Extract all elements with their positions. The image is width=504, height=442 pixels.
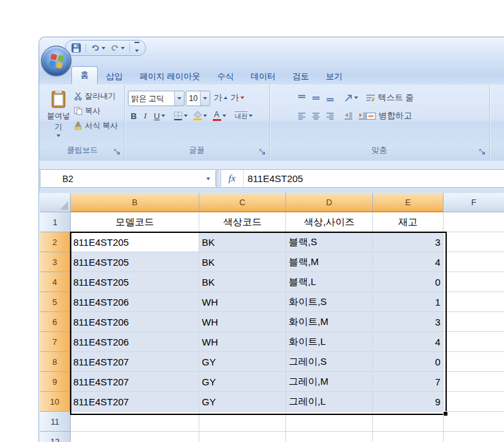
- font-name-combo[interactable]: 맑은 고딕: [128, 91, 184, 106]
- ribbon-tab-formulas[interactable]: 수식: [209, 69, 242, 84]
- cell-D12[interactable]: [286, 432, 373, 442]
- cell-B6[interactable]: 811E4ST206: [71, 312, 199, 332]
- cell-E2[interactable]: 3: [373, 232, 444, 252]
- phonetic-guide-button[interactable]: 내천: [230, 109, 258, 123]
- cell-F4[interactable]: [444, 272, 504, 292]
- font-dialog-launcher[interactable]: [258, 148, 267, 156]
- name-box-dropdown[interactable]: [203, 170, 213, 187]
- clipboard-dialog-launcher[interactable]: [113, 148, 122, 156]
- office-button[interactable]: [41, 46, 71, 76]
- align-middle-button[interactable]: [309, 91, 323, 105]
- cell-B8[interactable]: 811E4ST207: [71, 352, 199, 372]
- format-painter-button[interactable]: 서식 복사: [74, 119, 118, 132]
- cell-D2[interactable]: 블랙,S: [286, 232, 373, 252]
- cell-B3[interactable]: 811E4ST205: [71, 252, 199, 272]
- orientation-button[interactable]: [341, 91, 361, 105]
- ribbon-tab-data[interactable]: 데이터: [242, 69, 284, 84]
- cell-E9[interactable]: 7: [373, 372, 444, 392]
- row-header-7[interactable]: 7: [40, 332, 71, 352]
- cell-D8[interactable]: 그레이,S: [286, 352, 373, 372]
- cell-F3[interactable]: [444, 252, 504, 272]
- font-size-dropdown-icon[interactable]: [200, 91, 210, 106]
- row-header-9[interactable]: 9: [40, 372, 71, 392]
- align-right-button[interactable]: [323, 109, 337, 123]
- ribbon-tab-insert[interactable]: 삽입: [98, 69, 131, 84]
- cell-F6[interactable]: [444, 312, 504, 332]
- underline-button[interactable]: U: [151, 109, 168, 123]
- cell-C12[interactable]: [199, 432, 286, 442]
- cell-E1[interactable]: 재고: [373, 212, 444, 232]
- column-header-E[interactable]: E: [373, 193, 444, 212]
- cell-C4[interactable]: BK: [199, 272, 286, 292]
- cell-C11[interactable]: [199, 412, 286, 432]
- column-header-C[interactable]: C: [199, 193, 286, 212]
- cell-B5[interactable]: 811E4ST206: [71, 292, 199, 312]
- cell-D6[interactable]: 화이트,M: [286, 312, 373, 332]
- cell-B1[interactable]: 모델코드: [71, 212, 199, 232]
- cell-D5[interactable]: 화이트,S: [286, 292, 373, 312]
- cell-C5[interactable]: WH: [199, 292, 286, 312]
- cell-E7[interactable]: 4: [373, 332, 444, 352]
- decrease-indent-button[interactable]: [341, 109, 355, 123]
- cell-F1[interactable]: [444, 212, 504, 232]
- cell-D9[interactable]: 그레이,M: [286, 372, 373, 392]
- formula-bar-splitter[interactable]: [215, 170, 221, 187]
- cell-E11[interactable]: [373, 412, 444, 432]
- align-top-button[interactable]: [295, 91, 309, 105]
- insert-function-button[interactable]: fx: [221, 170, 243, 187]
- cell-D3[interactable]: 블랙,M: [286, 252, 373, 272]
- cell-E5[interactable]: 1: [373, 292, 444, 312]
- save-button[interactable]: [70, 42, 82, 53]
- shrink-font-button[interactable]: 가: [230, 91, 245, 105]
- column-header-B[interactable]: B: [71, 193, 199, 212]
- align-left-button[interactable]: [295, 109, 309, 123]
- cell-F2[interactable]: [444, 232, 504, 252]
- cell-B4[interactable]: 811E4ST205: [71, 272, 199, 292]
- alignment-dialog-launcher[interactable]: [478, 148, 487, 156]
- bold-button[interactable]: B: [128, 109, 140, 123]
- cell-F11[interactable]: [444, 412, 504, 432]
- italic-button[interactable]: I: [141, 109, 150, 123]
- align-center-button[interactable]: [309, 109, 323, 123]
- cell-C6[interactable]: WH: [199, 312, 286, 332]
- cell-C3[interactable]: BK: [199, 252, 286, 272]
- cell-F5[interactable]: [444, 292, 504, 312]
- row-header-11[interactable]: 11: [40, 412, 71, 432]
- cell-C2[interactable]: BK: [199, 232, 286, 252]
- ribbon-tab-view[interactable]: 보기: [318, 69, 351, 84]
- merge-center-button[interactable]: 병합하고: [366, 109, 485, 122]
- cell-B10[interactable]: 811E4ST207: [71, 392, 199, 412]
- customize-qat-button[interactable]: [133, 41, 141, 55]
- cell-E12[interactable]: [373, 432, 444, 442]
- cell-F8[interactable]: [444, 352, 504, 372]
- row-header-1[interactable]: 1: [40, 212, 71, 232]
- font-size-combo[interactable]: 10: [186, 91, 210, 106]
- cell-D1[interactable]: 색상,사이즈: [286, 212, 373, 232]
- column-header-F[interactable]: F: [444, 193, 504, 212]
- cell-F10[interactable]: [444, 392, 504, 412]
- cell-B12[interactable]: [71, 432, 199, 442]
- row-header-6[interactable]: 6: [40, 312, 71, 332]
- ribbon-tab-home[interactable]: 홈: [71, 66, 98, 84]
- cell-B2[interactable]: 811E4ST205: [71, 232, 199, 252]
- ribbon-tab-review[interactable]: 검토: [284, 69, 318, 84]
- cell-D7[interactable]: 화이트,L: [286, 332, 373, 352]
- cell-B9[interactable]: 811E4ST207: [71, 372, 199, 392]
- redo-button[interactable]: [109, 43, 126, 53]
- cell-C1[interactable]: 색상코드: [199, 212, 286, 232]
- cell-D10[interactable]: 그레이,L: [286, 392, 373, 412]
- cell-E6[interactable]: 3: [373, 312, 444, 332]
- formula-input[interactable]: 811E4ST205: [243, 170, 504, 187]
- cell-E4[interactable]: 0: [373, 272, 444, 292]
- cell-C10[interactable]: GY: [199, 392, 286, 412]
- cell-D4[interactable]: 블랙,L: [286, 272, 373, 292]
- cell-C9[interactable]: GY: [199, 372, 286, 392]
- ribbon-tab-page-layout[interactable]: 페이지 레이아웃: [131, 69, 209, 84]
- grow-font-button[interactable]: 가: [213, 91, 228, 105]
- borders-button[interactable]: [172, 109, 190, 123]
- align-bottom-button[interactable]: [323, 91, 337, 105]
- paste-button[interactable]: 붙여넣기: [42, 87, 75, 140]
- row-header-8[interactable]: 8: [40, 352, 71, 372]
- cell-E3[interactable]: 4: [373, 252, 444, 272]
- cell-F12[interactable]: [444, 432, 504, 442]
